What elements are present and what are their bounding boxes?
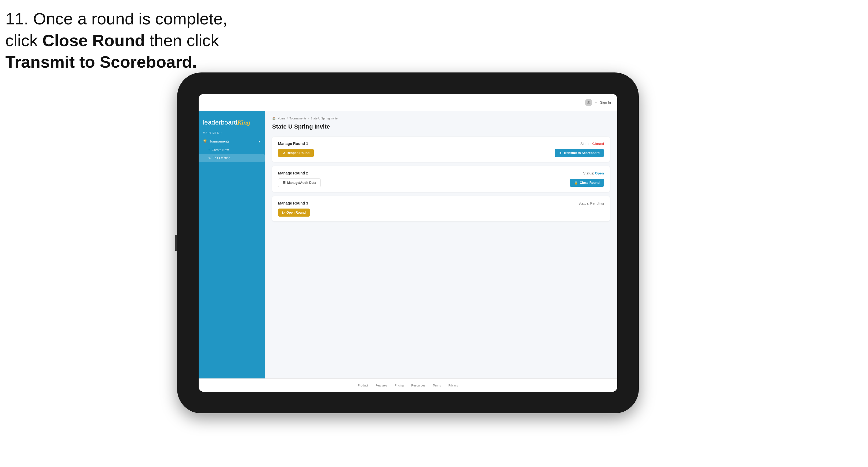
round-1-card: Manage Round 1 Status: Closed ↺ Reopen R… [272,136,610,162]
reopen-round-button[interactable]: ↺ Reopen Round [278,149,314,157]
instruction-bold1: Close Round [42,31,145,50]
round-2-status-value: Open [595,171,604,175]
footer-resources[interactable]: Resources [411,384,426,387]
close-round-button[interactable]: 🔒 Close Round [570,179,604,187]
sidebar: leaderboardKing MAIN MENU 🏆 Tournaments … [198,111,265,378]
reopen-round-label: Reopen Round [287,151,309,155]
plus-icon: + [208,148,210,152]
round-1-title: Manage Round 1 [278,142,308,146]
footer-features[interactable]: Features [375,384,387,387]
user-avatar-icon [585,99,592,106]
open-icon: ▷ [282,211,285,214]
breadcrumb-home[interactable]: Home [278,117,285,120]
instruction-line4: Transmit to Scoreboard. [5,53,197,71]
transmit-label: Transmit to Scoreboard [563,151,599,155]
breadcrumb: 🏠 Home / Tournaments / State U Spring In… [272,117,610,120]
round-3-title: Manage Round 3 [278,201,308,205]
round-3-status: Status: Pending [579,201,604,205]
round-3-card: Manage Round 3 Status: Pending ▷ Open Ro… [272,196,610,221]
logo-plain: leaderboard [203,119,237,126]
footer-terms[interactable]: Terms [433,384,441,387]
footer: Product Features Pricing Resources Terms… [198,378,617,392]
tablet-screen: → Sign In leaderboardKing MAIN MENU 🏆 [198,94,617,392]
round-1-status-value: Closed [592,142,604,146]
reopen-icon: ↺ [282,151,285,155]
sidebar-menu-label: MAIN MENU [198,131,265,136]
sidebar-item-tournaments[interactable]: 🏆 Tournaments ▾ [198,136,265,146]
home-icon: 🏠 [272,117,276,120]
signin-arrow-icon: → [594,100,598,104]
create-new-label: Create New [212,148,229,152]
lock-icon: 🔒 [574,181,578,185]
breadcrumb-current: State U Spring Invite [311,117,338,120]
trophy-icon: 🏆 [203,139,207,143]
logo-bold: King [237,119,250,126]
footer-product[interactable]: Product [358,384,368,387]
close-round-label: Close Round [580,181,599,185]
sidebar-logo: leaderboardKing [198,116,265,131]
instruction-line1: 11. Once a round is complete, [5,9,227,28]
top-bar: → Sign In [198,94,617,111]
sidebar-sub-item-create-new[interactable]: + Create New [198,146,265,154]
page-title: State U Spring Invite [272,123,610,130]
chevron-down-icon: ▾ [258,139,260,143]
audit-icon: ☰ [283,181,286,185]
breadcrumb-tournaments[interactable]: Tournaments [289,117,307,120]
footer-pricing[interactable]: Pricing [395,384,404,387]
manage-audit-label: Manage/Audit Data [287,181,316,185]
round-2-card: Manage Round 2 Status: Open ☰ Manage/Aud… [272,166,610,192]
round-3-status-value: Pending [590,201,604,205]
edit-icon: ✎ [208,156,211,160]
tournaments-label: Tournaments [209,139,229,143]
round-2-status: Status: Open [583,171,604,175]
transmit-icon: ➤ [559,151,562,155]
round-2-title: Manage Round 2 [278,171,308,175]
instruction-line2: click Close Round then click [5,31,219,50]
open-round-label: Open Round [286,211,306,214]
content-area: 🏠 Home / Tournaments / State U Spring In… [265,111,617,378]
sign-in-area[interactable]: → Sign In [585,99,611,106]
edit-existing-label: Edit Existing [213,156,230,160]
tablet-side-button [175,235,177,251]
open-round-button[interactable]: ▷ Open Round [278,209,310,217]
signin-label[interactable]: Sign In [600,100,611,104]
round-1-status: Status: Closed [581,142,604,146]
transmit-to-scoreboard-button[interactable]: ➤ Transmit to Scoreboard [555,149,604,157]
footer-privacy[interactable]: Privacy [448,384,458,387]
tablet-frame: → Sign In leaderboardKing MAIN MENU 🏆 [177,72,639,413]
manage-audit-data-button[interactable]: ☰ Manage/Audit Data [278,179,321,187]
main-layout: leaderboardKing MAIN MENU 🏆 Tournaments … [198,111,617,378]
instruction-block: 11. Once a round is complete, click Clos… [5,8,227,73]
sidebar-sub-item-edit-existing[interactable]: ✎ Edit Existing [198,154,265,162]
